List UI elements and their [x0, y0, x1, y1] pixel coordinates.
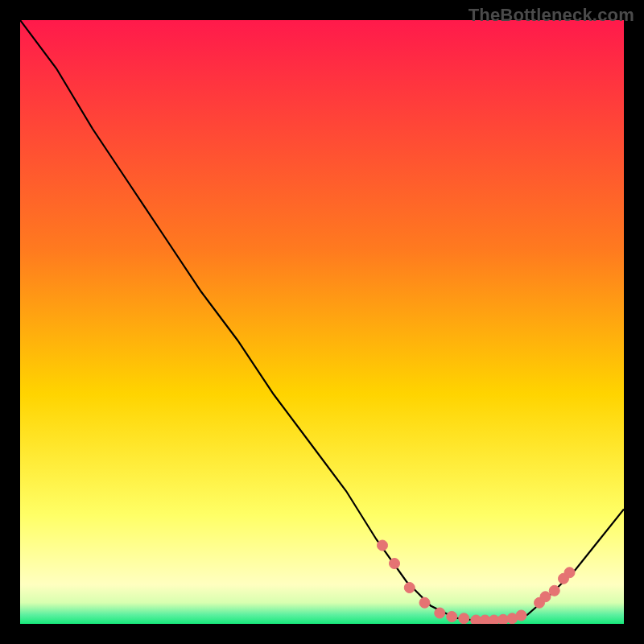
watermark-text: TheBottleneck.com — [469, 5, 634, 26]
curve-marker — [419, 597, 430, 608]
curve-marker — [459, 613, 469, 624]
curve-marker — [564, 568, 575, 578]
curve-marker — [378, 540, 388, 551]
curve-marker — [549, 585, 559, 596]
curve-marker — [540, 592, 551, 602]
plot-area — [20, 20, 624, 624]
curve-marker — [435, 608, 445, 618]
gradient-background — [20, 20, 624, 624]
curve-marker — [404, 583, 415, 593]
curve-marker — [516, 610, 526, 621]
chart-svg — [20, 20, 624, 624]
curve-marker — [447, 612, 457, 622]
curve-marker — [390, 559, 400, 569]
chart-container: TheBottleneck.com — [0, 0, 644, 644]
